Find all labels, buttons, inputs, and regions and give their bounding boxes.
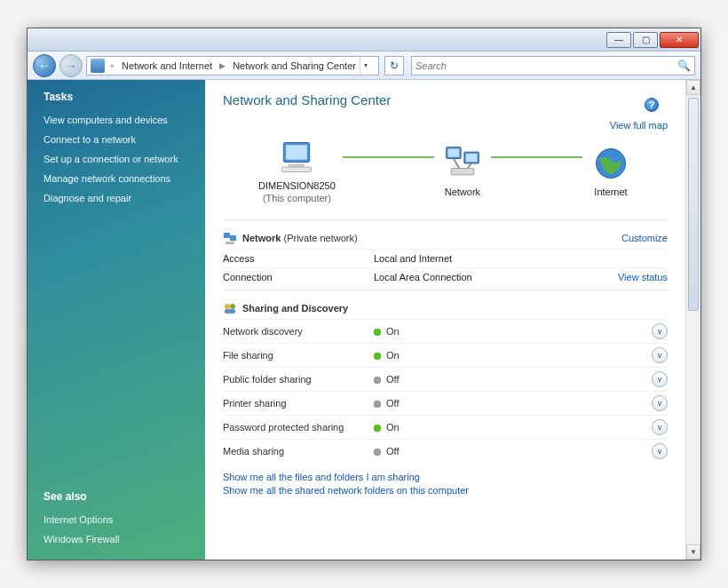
breadcrumb-sharing-center[interactable]: Network and Sharing Center	[229, 59, 360, 73]
window: — ▢ ✕ ← → « Network and Internet ▶ Netwo…	[27, 28, 701, 560]
svg-rect-5	[447, 149, 459, 157]
node-internet[interactable]: Internet	[590, 142, 632, 197]
footer-links: Show me all the files and folders I am s…	[223, 472, 668, 496]
svg-rect-2	[289, 163, 305, 167]
search-box[interactable]: 🔍	[411, 56, 695, 75]
svg-rect-13	[224, 233, 230, 238]
scrollbar[interactable]: ▲ ▼	[685, 80, 700, 560]
node-this-computer[interactable]: DIMENSION8250 (This computer)	[258, 136, 336, 203]
page-title: Network and Sharing Center	[223, 92, 668, 107]
connection-value: Local Area Connection	[374, 272, 618, 282]
seealso-internet-options[interactable]: Internet Options	[44, 514, 205, 525]
expand-button[interactable]: v	[652, 371, 668, 387]
svg-line-10	[467, 163, 471, 169]
network-small-icon	[223, 231, 237, 245]
expand-button[interactable]: v	[652, 443, 668, 459]
node-internet-label: Internet	[594, 187, 627, 197]
back-button[interactable]: ←	[33, 54, 56, 77]
expand-button[interactable]: v	[652, 395, 668, 411]
sharing-row-label: Public folder sharing	[223, 374, 374, 385]
status-dot-icon	[374, 377, 381, 384]
breadcrumb-dropdown[interactable]: ▾	[360, 56, 372, 75]
connection-label: Connection	[223, 272, 374, 282]
svg-rect-8	[451, 169, 474, 175]
status-dot-icon	[374, 425, 381, 432]
sharing-row-state: On	[374, 326, 400, 337]
expand-button[interactable]: v	[652, 323, 668, 339]
svg-rect-3	[282, 167, 312, 172]
sidebar-heading-seealso: See also	[44, 490, 205, 503]
sharing-row-label: Password protected sharing	[223, 422, 374, 433]
svg-rect-18	[225, 309, 235, 314]
body: Tasks View computers and devices Connect…	[28, 80, 700, 560]
sharing-row-state: On	[374, 422, 400, 433]
sharing-discovery-heading: Sharing and Discovery	[242, 303, 348, 314]
maximize-button[interactable]: ▢	[633, 32, 658, 48]
expand-button[interactable]: v	[652, 419, 668, 435]
svg-line-9	[454, 159, 459, 169]
sharing-row: Password protected sharingOnv	[223, 415, 668, 439]
help-icon[interactable]: ?	[645, 98, 659, 112]
map-link-line	[343, 156, 434, 158]
task-setup-connection[interactable]: Set up a connection or network	[44, 154, 205, 164]
search-input[interactable]	[415, 60, 677, 71]
chevron-right-icon: ▶	[216, 61, 229, 70]
minimize-button[interactable]: —	[606, 32, 631, 48]
sidebar-heading-tasks: Tasks	[44, 91, 205, 103]
sharing-row-state: Off	[374, 398, 399, 409]
seealso-windows-firewall[interactable]: Windows Firewall	[44, 534, 205, 544]
svg-point-17	[230, 304, 235, 309]
sharing-row-state: On	[374, 350, 400, 361]
show-sharing-files-link[interactable]: Show me all the files and folders I am s…	[223, 472, 420, 482]
node-pc-sublabel: (This computer)	[263, 193, 331, 203]
view-status-link[interactable]: View status	[618, 272, 668, 282]
globe-icon	[590, 142, 632, 185]
sharing-row-label: Media sharing	[223, 446, 374, 457]
control-panel-icon	[91, 59, 105, 73]
section-network: Network (Private network) Customize Acce…	[223, 219, 668, 286]
sharing-row: Public folder sharingOffv	[223, 367, 668, 391]
task-manage-connections[interactable]: Manage network connections	[44, 173, 205, 184]
close-button[interactable]: ✕	[660, 32, 699, 48]
scroll-down-button[interactable]: ▼	[686, 544, 700, 560]
sharing-row-state: Off	[374, 446, 399, 457]
svg-rect-7	[466, 154, 478, 162]
chevron-right-icon: «	[107, 61, 118, 70]
sharing-row: Network discoveryOnv	[223, 319, 668, 343]
node-network[interactable]: Network	[441, 142, 484, 197]
svg-rect-14	[230, 235, 236, 241]
computer-icon	[275, 136, 318, 179]
scroll-up-button[interactable]: ▲	[686, 80, 700, 95]
view-full-map-link[interactable]: View full map	[610, 120, 668, 131]
node-pc-label: DIMENSION8250	[258, 180, 336, 191]
svg-rect-15	[226, 242, 234, 244]
search-icon: 🔍	[677, 60, 691, 72]
titlebar: — ▢ ✕	[28, 28, 700, 52]
status-dot-icon	[374, 329, 381, 336]
network-map: DIMENSION8250 (This computer) Network In…	[223, 131, 668, 216]
sidebar: Tasks View computers and devices Connect…	[28, 80, 205, 560]
status-dot-icon	[374, 353, 381, 360]
map-link-line	[491, 156, 582, 158]
status-dot-icon	[374, 449, 381, 456]
node-network-label: Network	[445, 187, 480, 197]
network-name: Network	[242, 233, 281, 243]
breadcrumb-network-internet[interactable]: Network and Internet	[118, 59, 216, 73]
breadcrumb[interactable]: « Network and Internet ▶ Network and Sha…	[86, 56, 379, 75]
svg-point-16	[225, 304, 230, 309]
svg-rect-1	[286, 145, 307, 160]
sharing-row-label: Network discovery	[223, 326, 374, 337]
access-label: Access	[223, 253, 374, 264]
toolbar: ← → « Network and Internet ▶ Network and…	[28, 52, 700, 80]
refresh-button[interactable]: ↻	[384, 56, 404, 75]
network-hub-icon	[441, 142, 484, 185]
customize-link[interactable]: Customize	[621, 233, 668, 243]
forward-button[interactable]: →	[59, 54, 83, 77]
task-view-computers[interactable]: View computers and devices	[44, 115, 205, 125]
scroll-thumb[interactable]	[688, 98, 699, 311]
sharing-row: Printer sharingOffv	[223, 391, 668, 415]
show-shared-folders-link[interactable]: Show me all the shared network folders o…	[223, 485, 469, 496]
task-connect-network[interactable]: Connect to a network	[44, 134, 205, 145]
expand-button[interactable]: v	[652, 347, 668, 363]
task-diagnose-repair[interactable]: Diagnose and repair	[44, 193, 205, 203]
